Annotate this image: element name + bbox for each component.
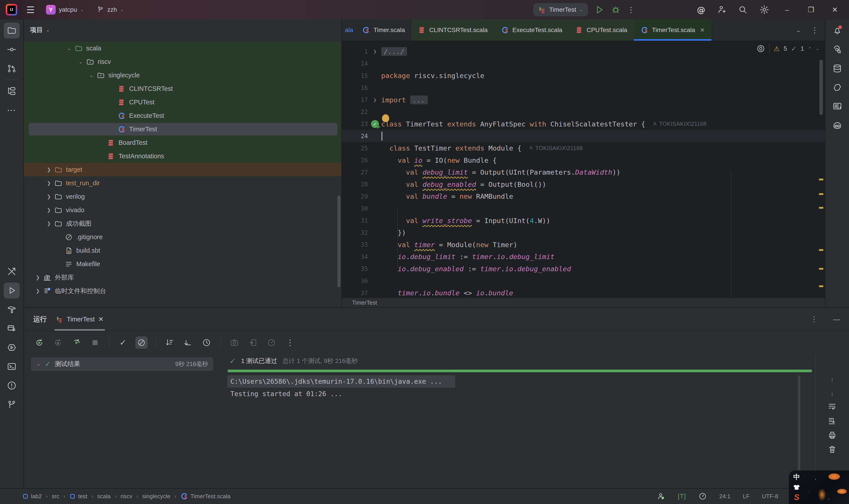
sort-by-duration-button[interactable] (200, 337, 213, 349)
ime-language-indicator[interactable]: 中 (793, 473, 800, 482)
tree-item-test_run_dir[interactable]: ❯test_run_dir (24, 176, 341, 190)
warning-stripe-mark[interactable] (819, 285, 823, 287)
copilot-tool-button[interactable] (829, 118, 845, 133)
test-run-gutter-icon[interactable]: ✓ (371, 120, 379, 128)
code-line-28[interactable]: 28 val debug_enabled = Output(Bool()) (342, 178, 825, 191)
debug-button[interactable] (611, 5, 620, 15)
tree-chevron-icon[interactable]: ❯ (44, 194, 54, 200)
vcs-branch-selector[interactable]: zzh ⌄ (94, 4, 126, 15)
next-occurrence-icon[interactable]: ↓ (830, 389, 834, 397)
more-run-options-icon[interactable]: ⋮ (627, 5, 635, 14)
sogou-ime-widget[interactable]: 中 S (789, 470, 849, 504)
code-line-25[interactable]: 25 class TestTimer extends Module { TOKI… (342, 142, 825, 154)
rerun-button[interactable] (33, 337, 46, 349)
test-history-button[interactable] (265, 337, 278, 349)
code-line-32[interactable]: 32 }) (342, 227, 825, 239)
code-line-33[interactable]: 33 val timer = Module(new Timer) (342, 239, 825, 251)
run-button[interactable] (595, 5, 604, 15)
soft-wrap-icon[interactable] (828, 402, 837, 412)
pull-requests-tool-button[interactable] (4, 60, 20, 76)
code-line-22[interactable]: 22 (342, 106, 825, 118)
test-results-row[interactable]: ⌄ ✓ 测试结果 9秒 216毫秒 (31, 357, 213, 371)
code-line-29[interactable]: 29 val bundle = new RAMBundle (342, 190, 825, 202)
print-icon[interactable] (828, 431, 837, 440)
code-line-27[interactable]: 27 val debug_limit = Output(UInt(Paramet… (342, 166, 825, 178)
tree-chevron-icon[interactable]: ⌄ (64, 46, 74, 51)
code-line-1[interactable]: 1❯/.../ (342, 46, 825, 58)
tree-chevron-icon[interactable]: ❯ (33, 288, 43, 294)
documentation-tool-button[interactable] (829, 98, 845, 114)
editor-tab-TimerTest.scala[interactable]: TimerTest.scala✕ (634, 19, 711, 41)
tree-item-Makefile[interactable]: Makefile (24, 257, 341, 271)
run-tab[interactable]: TimerTest ✕ (56, 308, 104, 331)
stop-button[interactable] (89, 337, 101, 349)
status-crumb-scala[interactable]: scala (97, 493, 111, 500)
fold-arrow-icon[interactable]: ❯ (374, 49, 377, 55)
code-with-me-icon[interactable] (717, 5, 726, 15)
import-test-results-button[interactable] (247, 337, 259, 349)
tree-chevron-icon[interactable]: ❯ (44, 180, 54, 186)
tree-chevron-icon[interactable]: ⌄ (86, 72, 96, 78)
run-configuration-selector[interactable]: TimerTest ⌄ (533, 3, 588, 16)
notifications-button[interactable] (829, 22, 845, 38)
code-line-36[interactable]: 36 (342, 275, 825, 287)
editor-tab-ExecuteTest.scala[interactable]: ExecuteTest.scala (494, 19, 569, 41)
sort-by-suite-button[interactable] (163, 337, 176, 349)
tree-item-vivado[interactable]: ❯vivado (24, 203, 341, 217)
database-tool-button[interactable] (829, 60, 845, 76)
code-line-24[interactable]: 24 (342, 130, 825, 142)
user-account-icon[interactable] (657, 492, 666, 501)
search-everywhere-icon[interactable] (738, 5, 748, 15)
code-line-17[interactable]: 17❯import ... (342, 94, 825, 106)
intention-bulb-icon[interactable] (382, 114, 389, 122)
terminal-tool-button[interactable] (4, 359, 20, 375)
project-selector[interactable]: Y yatcpu ⌄ (44, 3, 86, 16)
code-line-16[interactable]: 16 (342, 82, 825, 94)
gradle-tool-button[interactable] (829, 79, 845, 95)
project-tree-scrollbar[interactable] (337, 195, 341, 287)
prev-occurrence-icon[interactable]: ↑ (830, 375, 834, 384)
status-crumb-test[interactable]: test (69, 493, 87, 500)
settings-gear-icon[interactable] (759, 5, 770, 15)
endpoints-tool-button[interactable] (4, 340, 20, 356)
tab-options-icon[interactable]: ⋮ (811, 26, 818, 35)
sbt-tool-button[interactable] (4, 264, 20, 280)
problems-tool-button[interactable] (4, 378, 20, 394)
ime-skin-icon[interactable] (793, 484, 800, 490)
code-line-34[interactable]: 34 io.debug_limit := timer.io.debug_limi… (342, 251, 825, 263)
build-tool-button[interactable] (4, 302, 20, 318)
tree-item-临时文件和控制台[interactable]: ❯临时文件和控制台 (24, 284, 341, 298)
tree-item-成功截图[interactable]: ❯成功截图 (24, 217, 341, 230)
ai-assistant-icon[interactable]: @ (697, 5, 705, 15)
tree-item-verilog[interactable]: ❯verilog (24, 190, 341, 203)
warning-stripe-mark[interactable] (819, 249, 823, 251)
tree-item-CLINTCSRTest[interactable]: CLINTCSRTest (24, 82, 341, 95)
code-analysis-gauge-icon[interactable] (699, 492, 707, 501)
code-line-30[interactable]: 30 (342, 202, 825, 215)
tree-item-CPUTest[interactable]: CPUTest (24, 95, 341, 109)
breadcrumb[interactable]: TimerTest (352, 299, 377, 306)
code-line-35[interactable]: 35 io.debug_enabled := timer.io.debug_en… (342, 263, 825, 275)
tree-chevron-icon[interactable]: ❯ (44, 208, 54, 213)
structure-tool-button[interactable] (4, 83, 20, 99)
commit-tool-button[interactable] (4, 41, 20, 57)
status-crumb-lab2[interactable]: lab2 (22, 493, 42, 500)
show-passed-button[interactable]: ✓ (117, 337, 129, 349)
rerun-failed-button[interactable] (52, 337, 64, 349)
snapshot-button[interactable] (228, 337, 240, 349)
warning-stripe-mark[interactable] (819, 207, 823, 209)
tree-item-TestAnnotations[interactable]: TestAnnotations (24, 149, 341, 163)
tree-item-build.sbt[interactable]: build.sbt (24, 244, 341, 257)
next-issue-icon[interactable]: ⌄ (816, 47, 819, 51)
tree-item-TimerTest[interactable]: TimerTest (24, 123, 341, 136)
close-tab-icon[interactable]: ✕ (98, 316, 104, 323)
status-crumb-src[interactable]: src (52, 493, 59, 500)
tree-item-外部库[interactable]: ❯外部库 (24, 271, 341, 284)
tree-item-ExecuteTest[interactable]: ExecuteTest (24, 109, 341, 123)
tree-item-BoardTest[interactable]: BoardTest (24, 136, 341, 149)
tree-chevron-icon[interactable]: ❯ (33, 275, 43, 281)
editor-tab-CPUTest.scala[interactable]: CPUTest.scala (569, 19, 634, 41)
code-line-23[interactable]: 23✓class TimerTest extends AnyFlatSpec w… (342, 118, 825, 130)
editor-tab-Timer.scala[interactable]: Timer.scala (355, 19, 412, 41)
tree-chevron-icon[interactable]: ❯ (44, 221, 54, 227)
